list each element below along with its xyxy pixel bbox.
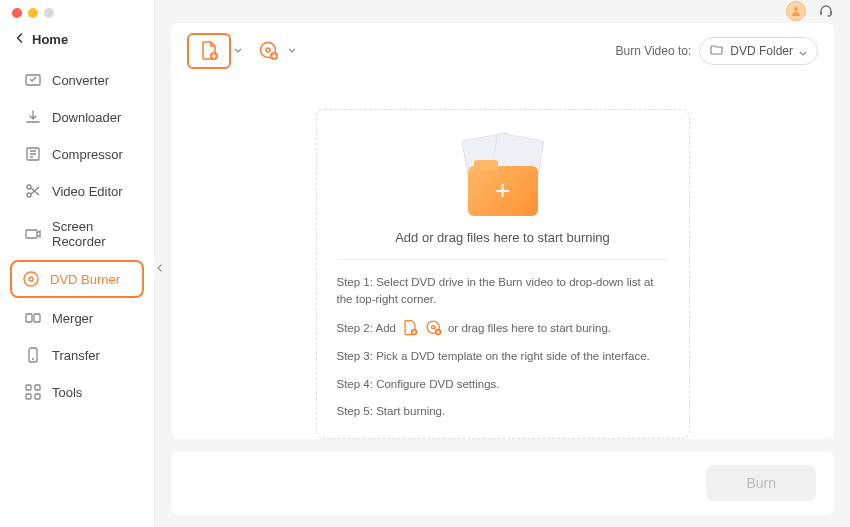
merger-icon — [24, 309, 42, 327]
sidebar: Home Converter Downloader Compressor Vid… — [0, 0, 155, 527]
collapse-sidebar-button[interactable] — [154, 258, 166, 278]
folder-plus-illustration: + — [448, 136, 558, 216]
recorder-icon — [24, 225, 42, 243]
transfer-icon — [24, 346, 42, 364]
home-label: Home — [32, 32, 68, 47]
burn-to-value: DVD Folder — [730, 44, 793, 58]
burn-to-select[interactable]: DVD Folder — [699, 37, 818, 65]
step-5: Step 5: Start burning. — [337, 403, 669, 420]
svg-point-6 — [29, 277, 33, 281]
svg-point-24 — [432, 326, 435, 329]
sidebar-item-label: Transfer — [52, 348, 100, 363]
tools-icon — [24, 383, 42, 401]
sidebar-item-converter[interactable]: Converter — [14, 63, 144, 97]
sidebar-item-dvd-burner[interactable]: DVD Burner — [10, 260, 144, 298]
burn-to-label: Burn Video to: — [615, 44, 691, 58]
window-controls — [0, 8, 154, 22]
sidebar-item-downloader[interactable]: Downloader — [14, 100, 144, 134]
scissors-icon — [24, 182, 42, 200]
svg-point-15 — [794, 7, 798, 11]
step-3: Step 3: Pick a DVD template on the right… — [337, 348, 669, 365]
sidebar-item-label: Tools — [52, 385, 82, 400]
sidebar-item-screen-recorder[interactable]: Screen Recorder — [14, 211, 144, 257]
svg-rect-8 — [34, 314, 40, 322]
top-bar — [155, 0, 850, 23]
svg-point-20 — [266, 48, 270, 52]
close-window-button[interactable] — [12, 8, 22, 18]
add-file-dropdown[interactable] — [231, 48, 245, 53]
chevron-left-icon — [14, 30, 26, 48]
compressor-icon — [24, 145, 42, 163]
sidebar-item-label: Video Editor — [52, 184, 123, 199]
add-file-icon — [400, 318, 420, 338]
maximize-window-button[interactable] — [44, 8, 54, 18]
drop-visual: + Add or drag files here to start burnin… — [337, 136, 669, 259]
svg-rect-14 — [35, 394, 40, 399]
instructions: Step 1: Select DVD drive in the Burn vid… — [337, 259, 669, 420]
drop-zone[interactable]: + Add or drag files here to start burnin… — [316, 109, 690, 439]
minimize-window-button[interactable] — [28, 8, 38, 18]
svg-point-5 — [24, 272, 38, 286]
sidebar-item-label: Compressor — [52, 147, 123, 162]
step-1: Step 1: Select DVD drive in the Burn vid… — [337, 274, 669, 309]
burn-button[interactable]: Burn — [706, 465, 816, 501]
sidebar-item-label: Screen Recorder — [52, 219, 134, 249]
svg-point-10 — [32, 358, 34, 360]
sidebar-item-label: Converter — [52, 73, 109, 88]
folder-icon — [710, 42, 724, 60]
disc-icon — [22, 270, 40, 288]
step-4: Step 4: Configure DVD settings. — [337, 376, 669, 393]
footer-card: Burn — [171, 451, 834, 515]
drop-text: Add or drag files here to start burning — [395, 230, 610, 245]
sidebar-item-video-editor[interactable]: Video Editor — [14, 174, 144, 208]
svg-rect-4 — [26, 230, 37, 238]
add-disc-dropdown[interactable] — [285, 48, 299, 53]
step-2: Step 2: Add or drag files here to start … — [337, 318, 669, 338]
content-card: Burn Video to: DVD Folder + Add or drag … — [171, 23, 834, 439]
chevron-down-icon — [799, 42, 807, 60]
sidebar-item-label: DVD Burner — [50, 272, 120, 287]
svg-rect-12 — [35, 385, 40, 390]
svg-rect-7 — [26, 314, 32, 322]
user-avatar-button[interactable] — [786, 1, 806, 21]
main-area: Burn Video to: DVD Folder + Add or drag … — [155, 0, 850, 527]
download-icon — [24, 108, 42, 126]
svg-point-2 — [27, 185, 31, 189]
sidebar-item-label: Merger — [52, 311, 93, 326]
sidebar-item-compressor[interactable]: Compressor — [14, 137, 144, 171]
toolbar: Burn Video to: DVD Folder — [171, 23, 834, 79]
add-disc-button[interactable] — [253, 35, 285, 67]
support-button[interactable] — [816, 1, 836, 21]
home-button[interactable]: Home — [0, 22, 154, 60]
svg-rect-11 — [26, 385, 31, 390]
sidebar-item-transfer[interactable]: Transfer — [14, 338, 144, 372]
sidebar-item-tools[interactable]: Tools — [14, 375, 144, 409]
sidebar-item-label: Downloader — [52, 110, 121, 125]
add-file-button[interactable] — [187, 33, 231, 69]
svg-rect-16 — [820, 11, 822, 15]
svg-point-3 — [27, 193, 31, 197]
svg-rect-17 — [830, 11, 832, 15]
add-disc-icon — [424, 318, 444, 338]
converter-icon — [24, 71, 42, 89]
sidebar-item-merger[interactable]: Merger — [14, 301, 144, 335]
svg-rect-13 — [26, 394, 31, 399]
